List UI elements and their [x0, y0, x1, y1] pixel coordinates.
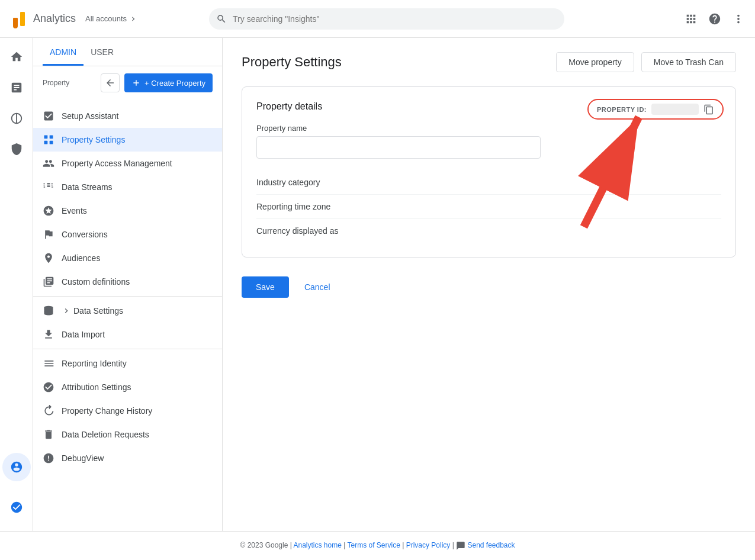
terms-of-service-link[interactable]: Terms of Service: [347, 541, 400, 549]
footer: © 2023 Google | Analytics home | Terms o…: [0, 531, 755, 560]
svg-point-4: [13, 24, 18, 28]
sidebar-tabs: ADMIN USER: [33, 38, 222, 66]
nav-divider-2: [33, 349, 222, 349]
help-icon[interactable]: [708, 12, 722, 26]
nav-item-conversions[interactable]: Conversions: [33, 223, 222, 246]
property-id-badge: PROPERTY ID: ​​​​​​​​​​: [587, 99, 724, 120]
property-name-input[interactable]: [256, 136, 541, 159]
svg-rect-7: [44, 141, 48, 144]
nav-label-custom-definitions: Custom definitions: [62, 277, 130, 287]
nav-label-audiences: Audiences: [62, 253, 100, 263]
nav-label-setup-assistant: Setup Assistant: [62, 111, 119, 121]
nav-item-events[interactable]: Events: [33, 199, 222, 223]
audience-icon: [43, 252, 54, 264]
action-row: Save Cancel: [242, 276, 736, 298]
industry-category-row: Industry category: [256, 170, 721, 195]
nav-item-data-deletion-requests[interactable]: Data Deletion Requests: [33, 423, 222, 446]
move-trash-button[interactable]: Move to Trash Can: [641, 52, 736, 72]
nav-item-property-settings[interactable]: Property Settings: [33, 128, 222, 152]
property-name-label: Property name: [256, 124, 721, 133]
arrow-back-icon: [105, 78, 115, 88]
send-feedback-link[interactable]: Send feedback: [467, 541, 515, 549]
analytics-logo-icon: [9, 9, 28, 28]
nav-label-events: Events: [62, 206, 87, 215]
rail-home-icon[interactable]: [2, 43, 31, 71]
nav-label-data-deletion-requests: Data Deletion Requests: [62, 430, 149, 439]
events-icon: [43, 205, 54, 217]
nav-item-audiences[interactable]: Audiences: [33, 246, 222, 270]
tab-admin[interactable]: ADMIN: [43, 38, 83, 66]
rail-reports-icon[interactable]: [2, 73, 31, 102]
apps-icon[interactable]: [684, 12, 698, 26]
reporting-timezone-row: Reporting time zone: [256, 195, 721, 219]
nav-item-reporting-identity[interactable]: Reporting Identity: [33, 352, 222, 375]
analytics-home-link[interactable]: Analytics home: [294, 541, 342, 549]
copyright: © 2023 Google: [240, 541, 288, 549]
rail-explore-icon[interactable]: [2, 104, 31, 133]
search-bar: [209, 8, 564, 30]
main-content: Property Settings Move property Move to …: [223, 38, 755, 531]
tab-user[interactable]: USER: [83, 38, 121, 66]
main-layout: ADMIN USER Property + Create Property Se…: [0, 38, 755, 531]
checklist-icon: [43, 110, 54, 122]
svg-line-11: [584, 117, 639, 227]
svg-rect-5: [44, 136, 48, 139]
nav-item-data-import[interactable]: Data Import: [33, 323, 222, 346]
cancel-button[interactable]: Cancel: [298, 276, 336, 298]
nav-label-reporting-identity: Reporting Identity: [62, 359, 127, 368]
copy-icon[interactable]: [703, 104, 714, 115]
nav-item-property-change-history[interactable]: Property Change History: [33, 399, 222, 423]
import-icon: [43, 329, 54, 340]
nav-label-property-settings: Property Settings: [62, 135, 125, 144]
svg-rect-8: [50, 141, 53, 144]
nav-item-setup-assistant[interactable]: Setup Assistant: [33, 104, 222, 128]
custom-def-icon: [43, 276, 54, 288]
nav-item-data-streams[interactable]: Data Streams: [33, 175, 222, 199]
annotation-arrow: [242, 87, 735, 257]
privacy-policy-link[interactable]: Privacy Policy: [406, 541, 451, 549]
move-property-button[interactable]: Move property: [556, 52, 634, 72]
identity-icon: [43, 358, 54, 369]
feedback-icon: [456, 541, 465, 551]
svg-rect-2: [20, 12, 25, 26]
sidebar-header: Property + Create Property: [33, 66, 222, 99]
all-accounts-link[interactable]: All accounts: [85, 14, 137, 23]
rail-admin-icon[interactable]: [2, 453, 31, 481]
sidebar: ADMIN USER Property + Create Property Se…: [33, 38, 223, 531]
left-rail: [0, 38, 33, 531]
property-id-value: ​​​​​​​​​​: [651, 104, 699, 115]
nav-label-access-management: Property Access Management: [62, 159, 172, 168]
nav-label-debugview: DebugView: [62, 453, 104, 463]
nav-label-data-import: Data Import: [62, 330, 105, 339]
rail-settings-icon[interactable]: [2, 493, 31, 522]
page-title: Property Settings: [242, 54, 342, 70]
stream-icon: [43, 181, 54, 193]
currency-row: Currency displayed as: [256, 219, 721, 243]
rail-advertising-icon[interactable]: [2, 135, 31, 163]
settings-icon: [43, 134, 54, 146]
nav-label-attribution-settings: Attribution Settings: [62, 382, 131, 392]
nav-label-conversions: Conversions: [62, 230, 108, 239]
property-label: Property: [43, 79, 69, 87]
nav-item-data-settings[interactable]: Data Settings: [33, 299, 222, 323]
attribution-icon: [43, 381, 54, 393]
search-input[interactable]: [209, 8, 564, 30]
deletion-icon: [43, 429, 54, 440]
nav-divider-1: [33, 296, 222, 297]
property-details-card: Property details PROPERTY ID: ​​​​​​​​​​…: [242, 86, 736, 258]
nav-item-custom-definitions[interactable]: Custom definitions: [33, 270, 222, 294]
property-id-label: PROPERTY ID:: [597, 106, 647, 113]
save-button[interactable]: Save: [242, 276, 289, 298]
topbar: Analytics All accounts: [0, 0, 755, 38]
nav-item-attribution-settings[interactable]: Attribution Settings: [33, 375, 222, 399]
reporting-timezone-label: Reporting time zone: [256, 202, 375, 211]
nav-item-property-access-management[interactable]: Property Access Management: [33, 152, 222, 175]
back-button[interactable]: [101, 73, 120, 92]
nav-item-debugview[interactable]: DebugView: [33, 446, 222, 470]
search-icon: [216, 14, 227, 24]
chevron-right-small-icon: [62, 306, 71, 316]
create-property-button[interactable]: + Create Property: [124, 73, 213, 92]
more-vert-icon[interactable]: [731, 12, 746, 26]
industry-category-label: Industry category: [256, 178, 375, 187]
data-settings-icon: [43, 305, 54, 317]
